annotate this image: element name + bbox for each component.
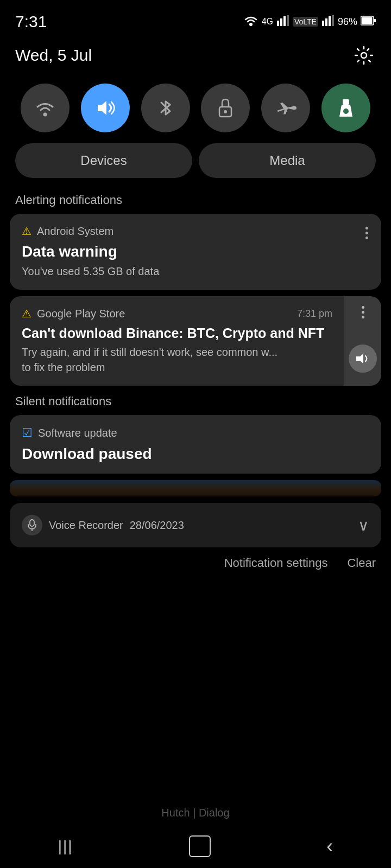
check-icon: ☑ xyxy=(22,426,33,440)
home-button[interactable] xyxy=(189,835,211,857)
microphone-icon xyxy=(22,515,42,535)
svg-rect-11 xyxy=(374,19,376,22)
card-scrollbar xyxy=(344,296,381,386)
notif-header-2: ⚠ Google Play Store 7:31 pm xyxy=(22,307,332,320)
svg-point-0 xyxy=(249,23,253,26)
recent-apps-button[interactable]: ||| xyxy=(58,838,73,855)
tabs-row: Devices Media xyxy=(0,143,391,191)
airplane-toggle[interactable] xyxy=(261,84,310,132)
signal-bars-icon xyxy=(276,15,289,29)
bottom-actions: Notification settings Clear xyxy=(0,547,391,579)
svg-point-18 xyxy=(343,108,349,114)
navigation-bar: ||| ‹ xyxy=(0,825,391,868)
silent-notifications-label: Silent notifications xyxy=(0,392,391,415)
back-button[interactable]: ‹ xyxy=(326,835,333,858)
sound-toggle[interactable] xyxy=(81,84,130,132)
svg-point-16 xyxy=(224,110,227,113)
notification-card-google-play: ⚠ Google Play Store 7:31 pm Can't downlo… xyxy=(10,296,381,386)
svg-rect-5 xyxy=(322,21,324,26)
warning-icon-2: ⚠ xyxy=(22,307,31,320)
clear-button[interactable]: Clear xyxy=(347,556,376,570)
svg-rect-20 xyxy=(30,520,34,526)
voice-date: 28/06/2023 xyxy=(130,519,184,532)
status-icons: 4G VoLTE 96% xyxy=(243,15,376,29)
app-name-2: Google Play Store xyxy=(37,308,125,320)
background-blur xyxy=(10,480,381,496)
svg-rect-4 xyxy=(287,15,289,26)
media-tab[interactable]: Media xyxy=(199,143,376,178)
software-app-name: Software update xyxy=(38,427,117,439)
voice-left: Voice Recorder 28/06/2023 xyxy=(22,515,184,535)
bluetooth-toggle[interactable] xyxy=(141,84,190,132)
software-update-card: ☑ Software update Download paused xyxy=(10,415,381,474)
voice-expand-icon[interactable]: ∨ xyxy=(358,516,369,534)
svg-rect-3 xyxy=(283,16,286,26)
flashlight-toggle[interactable] xyxy=(321,84,370,132)
watermark: Hutch | Dialog xyxy=(0,807,391,819)
notif-time-2: 7:31 pm xyxy=(297,308,332,320)
svg-rect-10 xyxy=(362,17,373,24)
current-date: Wed, 5 Jul xyxy=(15,46,92,65)
volume-icon-overlay[interactable] xyxy=(349,344,377,373)
notification-card-android-system: ⚠ Android System Data warning You've use… xyxy=(10,214,381,290)
screen-lock-toggle[interactable] xyxy=(201,84,250,132)
battery-percent: 96% xyxy=(338,16,357,28)
volte-icon: VoLTE xyxy=(293,17,318,27)
software-title: Download paused xyxy=(22,445,369,463)
svg-marker-19 xyxy=(356,354,363,363)
notif-body-2: Try again, and if it still doesn't work,… xyxy=(22,344,332,375)
app-name-1: Android System xyxy=(37,225,113,238)
alerting-notifications-label: Alerting notifications xyxy=(0,191,391,214)
voice-app-name: Voice Recorder xyxy=(49,519,123,532)
settings-icon[interactable] xyxy=(352,43,376,67)
svg-rect-17 xyxy=(343,99,349,105)
notification-settings-button[interactable]: Notification settings xyxy=(224,556,328,570)
svg-rect-6 xyxy=(325,18,327,26)
notif-header-1: ⚠ Android System xyxy=(22,225,369,238)
svg-marker-14 xyxy=(98,101,106,115)
notif-title-1: Data warning xyxy=(22,243,369,260)
notif-menu-btn-1[interactable] xyxy=(361,222,373,244)
date-row: Wed, 5 Jul xyxy=(0,38,391,78)
quick-toggles xyxy=(0,78,391,143)
hotspot-icon xyxy=(243,15,258,29)
svg-rect-2 xyxy=(280,18,282,26)
svg-rect-1 xyxy=(277,21,279,26)
svg-point-13 xyxy=(43,113,47,117)
svg-rect-8 xyxy=(332,15,334,26)
wifi-toggle[interactable] xyxy=(21,84,70,132)
scroll-dots xyxy=(362,304,364,321)
battery-icon xyxy=(361,15,376,29)
software-header: ☑ Software update xyxy=(22,426,369,440)
warning-icon-1: ⚠ xyxy=(22,225,31,238)
svg-rect-7 xyxy=(329,16,331,26)
signal-bars2-icon xyxy=(321,15,335,29)
status-time: 7:31 xyxy=(15,12,47,31)
notif-title-2: Can't download Binance: BTC, Crypto and … xyxy=(22,326,332,341)
voice-recorder-card: Voice Recorder 28/06/2023 ∨ xyxy=(10,503,381,547)
network-4g-icon: 4G xyxy=(262,17,273,27)
notif-body-1: You've used 5.35 GB of data xyxy=(22,264,369,279)
status-bar: 7:31 4G VoLTE xyxy=(0,0,391,38)
devices-tab[interactable]: Devices xyxy=(15,143,192,178)
svg-point-12 xyxy=(361,53,367,58)
